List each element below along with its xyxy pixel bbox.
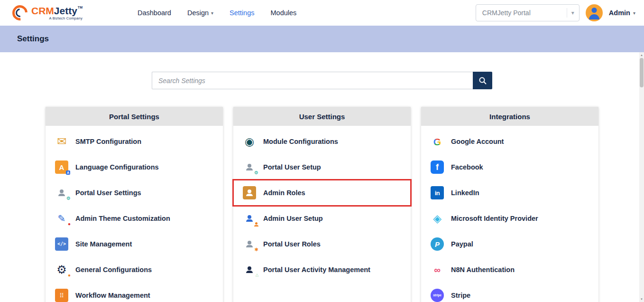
icon-glyph: [58, 189, 65, 196]
settings-item-label: Admin Theme Customization: [75, 215, 170, 222]
language-icon: AA: [55, 160, 68, 174]
settings-item-general-configurations[interactable]: ⚙●General Configurations: [46, 257, 223, 283]
icon-glyph: ✎: [58, 214, 66, 223]
search-button[interactable]: [473, 72, 492, 89]
icon-badge: ✱: [255, 247, 258, 252]
portal-user-roles-icon: ✱: [243, 237, 256, 251]
crmjetty-logo-text: CRMJettyTM A Biztech Company: [31, 6, 83, 20]
nav-item-label: Design: [187, 9, 209, 17]
settings-item-language-configurations[interactable]: AALanguage Configurations: [46, 154, 223, 180]
topbar-right: CRMJetty Portal ▾ Admin ▾: [476, 4, 635, 21]
icon-badge: ●: [68, 222, 71, 226]
settings-item-label: Paypal: [451, 240, 473, 248]
module-config-icon: ◉: [243, 135, 256, 148]
card-items: ◉Module Configurations⚙Portal User Setup…: [233, 126, 411, 283]
icon-glyph: [246, 241, 253, 247]
icon-glyph: [246, 215, 253, 222]
portal-user-setup-icon: ⚙: [243, 160, 256, 174]
scroll-down-arrow-icon[interactable]: ▼: [640, 296, 643, 302]
icon-badge: ∴: [256, 273, 258, 278]
settings-columns: Portal Settings✉SMTP ConfigurationAALang…: [46, 107, 598, 302]
scroll-up-arrow-icon[interactable]: ▲: [640, 52, 643, 58]
user-menu[interactable]: Admin ▾: [609, 9, 635, 17]
settings-item-label: Portal User Roles: [263, 240, 321, 248]
portal-selector-value: CRMJetty Portal: [482, 9, 531, 17]
icon-glyph: [246, 164, 253, 170]
settings-item-paypal[interactable]: PPaypal: [421, 231, 598, 257]
admin-user-setup-icon: [243, 212, 256, 225]
stripe-icon: stripe: [431, 289, 444, 302]
settings-item-portal-user-settings[interactable]: ⚙Portal User Settings: [46, 180, 223, 206]
settings-item-n8n-authentication[interactable]: ∞N8N Authentication: [421, 257, 598, 283]
microsoft-identity-icon: ◈: [431, 212, 444, 225]
scrollbar-thumb[interactable]: [640, 58, 644, 87]
icon-glyph: A: [59, 164, 64, 171]
settings-item-portal-user-setup[interactable]: ⚙Portal User Setup: [233, 154, 411, 180]
icon-glyph: </>: [57, 242, 66, 246]
settings-item-portal-user-activity-management[interactable]: ∴Portal User Activity Management: [233, 257, 411, 283]
nav-item-dashboard[interactable]: Dashboard: [138, 9, 171, 17]
avatar-body: [589, 14, 599, 19]
settings-item-smtp-configuration[interactable]: ✉SMTP Configuration: [46, 129, 223, 154]
card-title: Portal Settings: [46, 107, 223, 126]
settings-item-linkedin[interactable]: inLinkedIn: [421, 180, 598, 206]
chevron-down-icon: ▾: [211, 10, 213, 16]
settings-item-google-account[interactable]: GGoogle Account: [421, 129, 598, 154]
settings-item-label: Stripe: [451, 292, 470, 299]
settings-item-admin-roles[interactable]: Admin Roles: [233, 180, 411, 206]
admin-roles-icon: [243, 186, 256, 199]
card-items: GGoogle AccountfFacebookinLinkedIn◈Micro…: [421, 126, 598, 302]
settings-item-stripe[interactable]: stripeStripe: [421, 283, 598, 302]
nav-item-modules[interactable]: Modules: [270, 9, 296, 17]
avatar-head: [591, 8, 597, 13]
google-icon: G: [431, 135, 444, 148]
settings-item-admin-user-setup[interactable]: Admin User Setup: [233, 206, 411, 231]
settings-item-label: Workflow Management: [75, 292, 150, 299]
card-title: Integrations: [421, 107, 598, 126]
settings-item-label: Admin Roles: [263, 189, 305, 197]
icon-glyph: [246, 266, 253, 273]
settings-item-module-configurations[interactable]: ◉Module Configurations: [233, 129, 411, 154]
settings-item-label: SMTP Configuration: [75, 138, 141, 145]
brand-crm: CRM: [31, 5, 54, 16]
crmjetty-logo[interactable]: CRMJettyTM A Biztech Company: [12, 5, 83, 20]
settings-card-portal-settings: Portal Settings✉SMTP ConfigurationAALang…: [46, 107, 223, 302]
smtp-icon: ✉: [55, 135, 68, 148]
portal-user-settings-icon: ⚙: [55, 186, 68, 199]
nav-item-design[interactable]: Design▾: [187, 9, 213, 17]
chevron-down-icon: ▾: [633, 10, 635, 16]
icon-glyph: f: [436, 163, 439, 171]
settings-item-label: Admin User Setup: [263, 215, 323, 222]
brand-name: CRMJettyTM: [31, 6, 83, 16]
admin-theme-icon: ✎●: [55, 212, 68, 225]
icon-glyph: stripe: [433, 294, 442, 297]
paypal-icon: P: [431, 237, 444, 251]
icon-badge: [254, 222, 258, 226]
icon-badge: ●: [68, 273, 71, 278]
trademark: TM: [78, 6, 83, 9]
icon-glyph: ◈: [433, 213, 442, 224]
settings-item-workflow-management[interactable]: ⠿Workflow Management: [46, 283, 223, 302]
icon-glyph: ◉: [245, 136, 254, 147]
nav-item-settings[interactable]: Settings: [230, 9, 254, 17]
settings-item-portal-user-roles[interactable]: ✱Portal User Roles: [233, 231, 411, 257]
settings-item-microsoft-identity-provider[interactable]: ◈Microsoft Identity Provider: [421, 206, 598, 231]
workflow-icon: ⠿: [55, 289, 68, 302]
card-title: User Settings: [233, 107, 411, 126]
icon-glyph: ✉: [57, 136, 66, 147]
icon-glyph: P: [435, 241, 440, 248]
search-input[interactable]: [152, 72, 473, 89]
settings-search: [152, 72, 492, 89]
settings-item-site-management[interactable]: </>Site Management: [46, 231, 223, 257]
n8n-icon: ∞: [431, 263, 444, 276]
scrollbar[interactable]: ▲ ▼: [639, 52, 644, 302]
portal-selector[interactable]: CRMJetty Portal ▾: [476, 4, 580, 21]
settings-item-label: Google Account: [451, 138, 504, 145]
page-header: Settings: [0, 26, 644, 52]
facebook-icon: f: [431, 160, 444, 174]
settings-item-facebook[interactable]: fFacebook: [421, 154, 598, 180]
settings-item-label: Portal User Setup: [263, 163, 321, 171]
avatar[interactable]: [586, 4, 603, 21]
icon-glyph: in: [435, 190, 440, 196]
settings-item-admin-theme-customization[interactable]: ✎●Admin Theme Customization: [46, 206, 223, 231]
